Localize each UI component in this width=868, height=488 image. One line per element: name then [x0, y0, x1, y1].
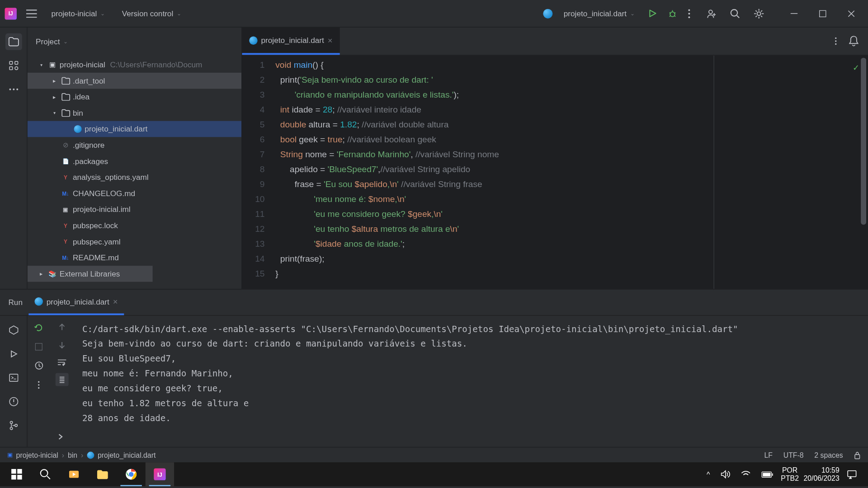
- expand-icon[interactable]: [37, 61, 45, 67]
- rerun-button[interactable]: [32, 320, 46, 335]
- project-tool-icon[interactable]: [5, 33, 22, 50]
- more-actions-icon[interactable]: [685, 6, 693, 21]
- vcs-icon[interactable]: [5, 417, 22, 434]
- editor-scrollbar[interactable]: [861, 56, 866, 289]
- tree-item[interactable]: 📄.packages: [28, 153, 241, 169]
- minimize-button[interactable]: [782, 5, 806, 23]
- svg-rect-41: [848, 471, 856, 477]
- run-tab[interactable]: projeto_inicial.dart ×: [28, 290, 124, 315]
- crumb[interactable]: projeto-inicial: [16, 451, 58, 459]
- run-tool-icon[interactable]: [5, 346, 22, 362]
- app-icon: IJ: [5, 7, 17, 19]
- folder-icon: [61, 108, 71, 117]
- tree-item[interactable]: Ypubspec.lock: [28, 217, 241, 234]
- tree-item[interactable]: .dart_tool: [28, 73, 241, 89]
- terminal-icon[interactable]: [5, 370, 22, 386]
- tree-item[interactable]: ▣projeto-inicial.iml: [28, 202, 241, 218]
- history-button[interactable]: [32, 359, 46, 372]
- tree-label: bin: [73, 108, 83, 117]
- editor-area: projeto_inicial.dart × 12345678910111213…: [242, 28, 868, 289]
- run-output[interactable]: C:/dart-sdk/bin/dart.exe --enable-assert…: [74, 316, 868, 447]
- tab-more-icon[interactable]: [832, 34, 840, 47]
- taskbar-kbd[interactable]: PTB2: [781, 474, 799, 483]
- scroll-down-icon[interactable]: [56, 338, 68, 352]
- svg-point-15: [16, 89, 18, 90]
- ignore-icon: ⊘: [61, 141, 71, 150]
- file-icon: 📄: [61, 156, 71, 166]
- file-icon: Y: [61, 221, 71, 230]
- notifications-icon[interactable]: [847, 33, 861, 49]
- soft-wrap-icon[interactable]: [55, 357, 69, 368]
- services-icon[interactable]: [5, 322, 22, 338]
- maximize-button[interactable]: [811, 5, 835, 23]
- close-run-tab-icon[interactable]: ×: [113, 297, 118, 306]
- taskbar-date[interactable]: 20/06/2023: [804, 474, 840, 483]
- tree-label: .packages: [73, 157, 108, 166]
- expand-icon[interactable]: [50, 94, 58, 100]
- expand-icon[interactable]: [50, 110, 58, 116]
- line-separator[interactable]: LF: [764, 451, 772, 459]
- search-button[interactable]: [31, 462, 60, 486]
- battery-icon[interactable]: [758, 471, 776, 478]
- editor-tab[interactable]: projeto_inicial.dart ×: [242, 28, 340, 55]
- debug-button[interactable]: [665, 6, 680, 21]
- expand-icon[interactable]: [37, 271, 45, 277]
- svg-rect-32: [11, 475, 16, 480]
- scroll-up-icon[interactable]: [56, 320, 68, 333]
- tree-item[interactable]: M↓CHANGELOG.md: [28, 185, 241, 202]
- main-menu-icon[interactable]: [24, 7, 39, 20]
- settings-icon[interactable]: [751, 6, 767, 21]
- encoding[interactable]: UTF-8: [783, 451, 804, 459]
- chrome-app[interactable]: [117, 462, 145, 486]
- action-center-icon[interactable]: [844, 469, 859, 479]
- prompt-icon[interactable]: [56, 432, 68, 442]
- readonly-lock-icon[interactable]: [854, 451, 861, 459]
- close-tab-icon[interactable]: ×: [328, 35, 333, 45]
- structure-tool-icon[interactable]: [5, 57, 22, 74]
- taskbar-lang[interactable]: POR: [781, 466, 799, 474]
- project-dropdown[interactable]: projeto-inicial ⌄: [47, 7, 110, 20]
- indent[interactable]: 2 spaces: [814, 451, 843, 459]
- crumb[interactable]: bin: [68, 451, 77, 459]
- more-toolbar-icon[interactable]: [35, 378, 42, 391]
- taskbar-time[interactable]: 10:59: [804, 466, 840, 474]
- svg-rect-33: [17, 475, 22, 480]
- file-explorer[interactable]: [88, 462, 117, 486]
- expand-icon[interactable]: [50, 78, 58, 84]
- tree-item[interactable]: .idea: [28, 89, 241, 105]
- tree-item[interactable]: projeto_inicial.dart: [28, 121, 241, 137]
- run-button[interactable]: [646, 7, 659, 20]
- intellij-app[interactable]: IJ: [146, 462, 174, 486]
- crumb[interactable]: projeto_inicial.dart: [98, 451, 156, 459]
- run-config-dropdown[interactable]: projeto_inicial.dart ⌄: [559, 7, 640, 20]
- svg-point-37: [129, 472, 134, 477]
- tree-item[interactable]: bin: [28, 105, 241, 121]
- collaborate-icon[interactable]: [703, 6, 719, 21]
- breadcrumb[interactable]: ▣ projeto-inicial › bin › projeto_inicia…: [7, 451, 156, 459]
- tree-root[interactable]: ▣ projeto-inicial C:\Users\Fernando\Docu…: [28, 56, 241, 73]
- stop-button[interactable]: [33, 341, 45, 352]
- project-panel-header[interactable]: Project ⌄: [28, 28, 241, 56]
- search-icon[interactable]: [727, 6, 743, 21]
- code-editor[interactable]: 123456789101112131415 void main() { prin…: [242, 56, 868, 289]
- start-button[interactable]: [2, 462, 31, 486]
- tree-item[interactable]: M↓README.md: [28, 250, 241, 266]
- tree-item[interactable]: Yanalysis_options.yaml: [28, 169, 241, 186]
- media-app[interactable]: [60, 462, 88, 486]
- code-content[interactable]: void main() { print('Seja bem-vindo ao c…: [275, 56, 868, 289]
- more-tool-icon[interactable]: [5, 81, 22, 98]
- close-button[interactable]: [840, 5, 863, 23]
- project-tree[interactable]: ▣ projeto-inicial C:\Users\Fernando\Docu…: [28, 56, 241, 289]
- tree-root-label: projeto-inicial: [60, 60, 105, 69]
- external-libraries[interactable]: 📚 External Libraries: [28, 266, 153, 282]
- wifi-icon[interactable]: [738, 471, 753, 478]
- problems-icon[interactable]: [5, 393, 22, 410]
- volume-icon[interactable]: [718, 470, 733, 478]
- tray-up-icon[interactable]: ^: [703, 470, 713, 478]
- scroll-end-icon[interactable]: [56, 373, 69, 386]
- tree-item[interactable]: Ypubspec.yaml: [28, 234, 241, 250]
- vcs-dropdown[interactable]: Version control ⌄: [117, 7, 186, 20]
- inspection-ok-icon[interactable]: ✓: [853, 60, 860, 75]
- tree-item[interactable]: ⊘.gitignore: [28, 137, 241, 153]
- file-icon: ▣: [61, 205, 71, 214]
